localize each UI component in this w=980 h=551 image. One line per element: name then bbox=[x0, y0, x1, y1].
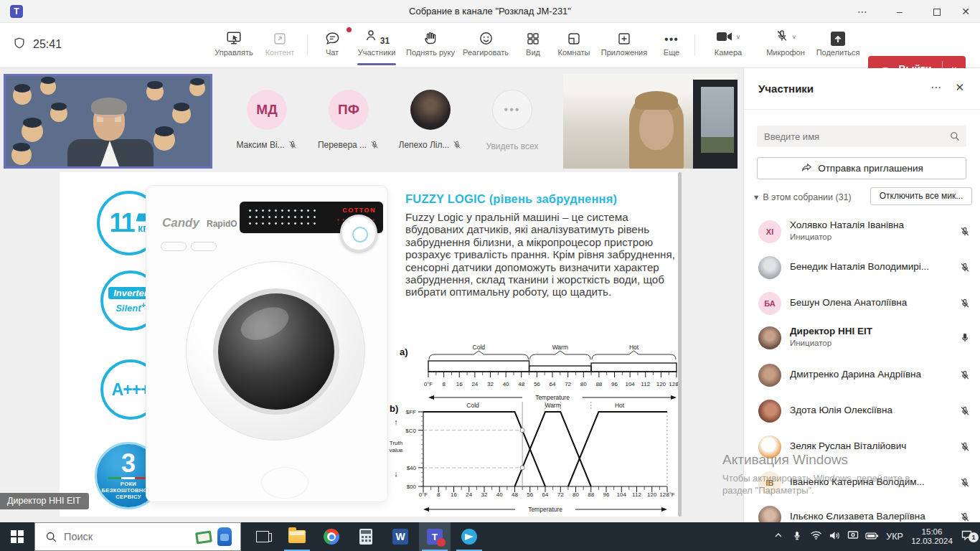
panel-close-icon[interactable]: ✕ bbox=[955, 81, 964, 94]
see-everyone-tile[interactable]: ••• Увидеть всех bbox=[476, 74, 548, 169]
tray-chevron-icon[interactable] bbox=[769, 530, 788, 543]
cast-icon[interactable] bbox=[844, 530, 862, 543]
teams-button[interactable]: T bbox=[419, 522, 451, 551]
mic-off-icon[interactable] bbox=[959, 441, 971, 453]
shared-screen-slide: 11 кг Inverter Silent+ A+++ 3 РОКИ БЕЗКО… bbox=[60, 172, 679, 517]
svg-text:80: 80 bbox=[580, 381, 587, 387]
battery-icon[interactable] bbox=[862, 530, 881, 543]
svg-text:$00: $00 bbox=[407, 484, 417, 490]
react-button[interactable]: Реагировать bbox=[461, 29, 511, 63]
participant-row[interactable]: Дмитренко Дарина Андріївна bbox=[744, 358, 980, 392]
send-invite-button[interactable]: Отправка приглашения bbox=[757, 157, 966, 179]
participant-row[interactable]: БА Бешун Олена Анатоліївна bbox=[744, 286, 980, 321]
mute-all-button[interactable]: Отключить все мик... bbox=[870, 187, 972, 205]
mic-off-icon[interactable] bbox=[959, 298, 971, 309]
mic-off-icon[interactable] bbox=[959, 405, 971, 417]
participants-button[interactable]: 31 Участники bbox=[353, 29, 400, 63]
chevron-down-icon[interactable]: ˅ bbox=[792, 34, 796, 41]
chrome-icon bbox=[324, 529, 339, 545]
participant-row[interactable]: Ільєнко Єлизавета Валеріївна bbox=[744, 500, 980, 522]
participant-name: Максим Ві... bbox=[236, 140, 284, 150]
mic-off-icon[interactable] bbox=[959, 369, 971, 381]
active-speaker-video[interactable] bbox=[4, 74, 212, 169]
file-explorer-button[interactable] bbox=[281, 522, 313, 551]
svg-text:40: 40 bbox=[496, 491, 503, 498]
volume-icon[interactable] bbox=[825, 530, 844, 544]
grid-view-icon bbox=[518, 29, 548, 46]
program-display: COTTON bbox=[342, 207, 376, 214]
mic-off-icon[interactable] bbox=[959, 226, 971, 237]
share-screen-button[interactable]: Поделиться bbox=[814, 29, 862, 63]
slide-scrollbar[interactable] bbox=[678, 172, 682, 517]
clock[interactable]: 15:06 12.03.2024 bbox=[908, 527, 956, 546]
svg-text:value: value bbox=[389, 447, 403, 453]
participant-tile[interactable]: Лепехо Ліл... bbox=[395, 74, 466, 169]
svg-text:96: 96 bbox=[611, 381, 618, 387]
smiley-icon bbox=[461, 29, 511, 46]
taskbar-search[interactable] bbox=[34, 522, 241, 551]
mic-off-icon[interactable] bbox=[959, 477, 971, 489]
svg-text:88: 88 bbox=[595, 381, 602, 387]
calculator-button[interactable] bbox=[350, 522, 382, 551]
telegram-button[interactable] bbox=[453, 522, 485, 551]
participant-name: Перевера ... bbox=[318, 140, 367, 150]
camera-button[interactable]: ˅ Камера bbox=[705, 29, 752, 63]
task-view-button[interactable] bbox=[247, 522, 278, 551]
raise-hand-button[interactable]: Поднять руку bbox=[405, 29, 456, 63]
maximize-button[interactable] bbox=[923, 0, 951, 23]
avatar: МД bbox=[247, 90, 287, 130]
view-button[interactable]: Вид bbox=[518, 29, 548, 63]
start-button[interactable] bbox=[0, 522, 34, 551]
chevron-down-icon[interactable]: ˅ bbox=[736, 34, 740, 41]
manage-button[interactable]: Управлять bbox=[212, 29, 255, 63]
search-icon bbox=[949, 131, 961, 142]
svg-text:64: 64 bbox=[550, 381, 556, 387]
mic-on-icon[interactable] bbox=[959, 332, 971, 344]
more-dots-icon: ••• bbox=[654, 29, 689, 46]
minimize-button[interactable]: – bbox=[885, 0, 914, 23]
tray-mic-icon[interactable] bbox=[788, 530, 806, 544]
file-explorer-icon bbox=[288, 530, 306, 543]
participant-tile[interactable]: МД Максим Ві... bbox=[231, 74, 303, 169]
participant-row[interactable]: Бенедик Наталія Володимирі... bbox=[744, 250, 980, 285]
chat-notification-dot bbox=[347, 27, 352, 32]
title-bar: T Собрание в канале "Розклад JM-231" ⋯ –… bbox=[0, 0, 980, 23]
participant-row[interactable]: Здота Юлія Олексіївна bbox=[744, 394, 980, 428]
in-meeting-section[interactable]: ▾ В этом собрании (31) bbox=[754, 192, 852, 202]
raise-hand-icon bbox=[405, 29, 456, 46]
active-tab-underline bbox=[357, 63, 396, 65]
mic-off-icon[interactable] bbox=[959, 512, 971, 522]
svg-text:112: 112 bbox=[641, 381, 650, 387]
participant-tile[interactable]: ПФ Перевера ... bbox=[313, 74, 385, 169]
wifi-icon[interactable] bbox=[806, 530, 825, 543]
chat-icon bbox=[316, 29, 349, 46]
window-more-button[interactable]: ⋯ bbox=[848, 0, 877, 23]
participant-row[interactable]: ХІ Холявко Наталія Іванівна Инициатор bbox=[744, 215, 980, 249]
mic-off-icon[interactable] bbox=[959, 262, 971, 273]
word-button[interactable]: W bbox=[385, 522, 416, 551]
window-title: Собрание в канале "Розклад JM-231" bbox=[0, 0, 980, 23]
language-indicator[interactable]: УКР bbox=[881, 532, 908, 542]
svg-text:0°F: 0°F bbox=[424, 381, 433, 387]
svg-text:24: 24 bbox=[466, 491, 472, 498]
more-button[interactable]: ••• Еще bbox=[654, 29, 689, 63]
notification-center-button[interactable]: 1 bbox=[956, 529, 977, 544]
panel-more-icon[interactable]: ⋯ bbox=[930, 81, 941, 94]
apps-button[interactable]: Приложения bbox=[600, 29, 649, 63]
overflow-dots-icon: ••• bbox=[492, 90, 532, 130]
svg-text:8: 8 bbox=[437, 491, 440, 498]
participant-row[interactable]: Директор ННІ ЕІТ Инициатор bbox=[744, 321, 980, 355]
chat-button[interactable]: Чат bbox=[316, 29, 349, 63]
chrome-button[interactable] bbox=[316, 522, 347, 551]
self-video[interactable] bbox=[563, 74, 738, 169]
svg-text:16: 16 bbox=[451, 491, 457, 498]
participant-row[interactable]: Зеляк Руслан Віталійович bbox=[744, 430, 980, 464]
participant-search[interactable] bbox=[757, 126, 966, 147]
taskbar-search-input[interactable] bbox=[64, 523, 193, 550]
svg-text:Warm: Warm bbox=[552, 344, 568, 351]
search-input[interactable] bbox=[764, 126, 943, 147]
rooms-button[interactable]: Комнаты bbox=[552, 29, 595, 63]
participant-row[interactable]: ІВ Іваненко Катерина Володим... bbox=[744, 466, 980, 500]
close-button[interactable]: ✕ bbox=[951, 0, 980, 23]
mic-button[interactable]: ˅ Микрофон bbox=[759, 29, 812, 63]
